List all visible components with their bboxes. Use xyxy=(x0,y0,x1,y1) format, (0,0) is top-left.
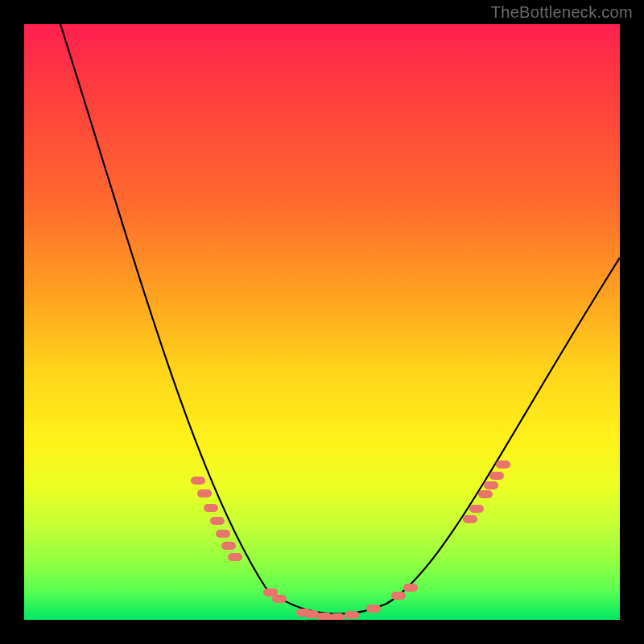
watermark-text: TheBottleneck.com xyxy=(491,3,633,22)
data-marker xyxy=(469,505,484,513)
data-marker xyxy=(304,610,319,618)
data-marker xyxy=(317,613,332,620)
data-marker xyxy=(478,490,493,498)
data-marker xyxy=(228,553,242,561)
data-marker xyxy=(216,530,230,538)
data-marker xyxy=(391,592,406,600)
data-marker xyxy=(403,584,418,592)
data-marker xyxy=(366,605,381,613)
data-marker xyxy=(272,595,287,603)
chart-svg xyxy=(24,24,620,620)
data-marker xyxy=(484,481,498,489)
data-marker xyxy=(330,613,345,620)
chart-frame: TheBottleneck.com xyxy=(0,0,644,644)
data-marker xyxy=(463,515,477,523)
data-marker xyxy=(345,611,359,619)
data-marker xyxy=(496,460,510,469)
data-marker xyxy=(221,542,236,550)
data-marker xyxy=(197,489,212,497)
bottleneck-curve xyxy=(60,24,620,614)
data-marker xyxy=(204,504,218,512)
plot-area xyxy=(24,24,620,620)
data-marker xyxy=(489,472,504,480)
data-marker xyxy=(191,477,205,485)
data-marker xyxy=(210,517,225,525)
